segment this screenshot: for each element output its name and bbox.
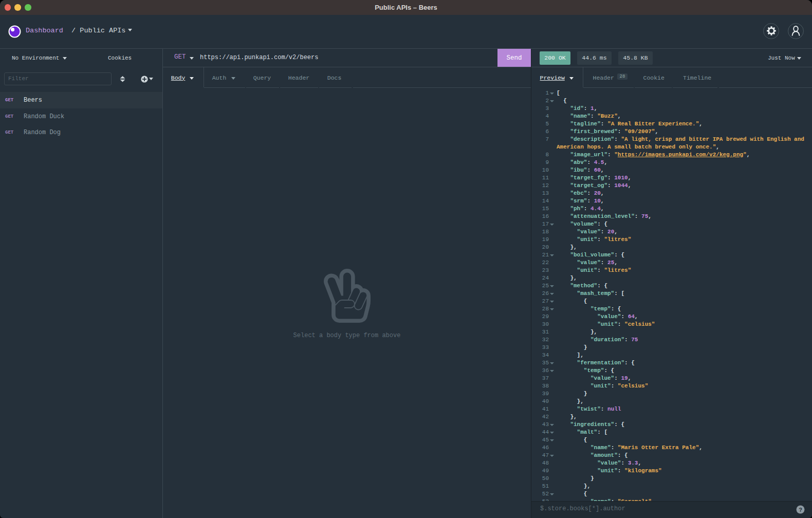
svg-text:?: ? [799, 507, 802, 513]
